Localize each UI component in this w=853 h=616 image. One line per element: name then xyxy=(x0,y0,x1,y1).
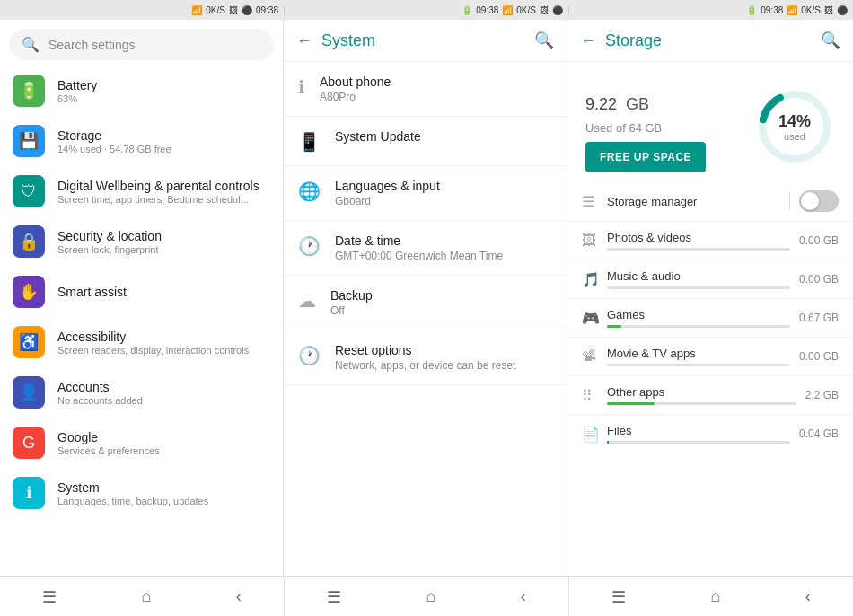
system-icon-languages: 🌐 xyxy=(298,180,321,202)
storage-row-photos[interactable]: 🖼 Photos & videos 0.00 GB xyxy=(567,222,853,260)
storage-manager-toggle[interactable] xyxy=(799,190,839,212)
settings-subtitle-battery: 63% xyxy=(57,93,97,104)
storage-manager-icon: ☰ xyxy=(582,193,607,210)
back-button[interactable]: ← xyxy=(296,31,312,50)
system-icon-reset: 🕐 xyxy=(298,345,321,366)
settings-item-system[interactable]: ℹ System Languages, time, backup, update… xyxy=(0,468,283,518)
speed-left: 0K/S xyxy=(206,5,225,15)
storage-row-icon-movies: 📽 xyxy=(582,348,607,365)
system-text-about: About phone A80Pro xyxy=(320,75,391,103)
storage-row-size-music: 0.00 GB xyxy=(799,273,839,286)
menu-btn-left[interactable]: ☰ xyxy=(30,582,69,612)
storage-row-icon-otherapps: ⠿ xyxy=(582,387,607,404)
settings-subtitle-security: Screen lock, fingerprint xyxy=(57,244,162,255)
system-subtitle-reset: Network, apps, or device can be reset xyxy=(335,359,515,372)
settings-title-accounts: Accounts xyxy=(57,380,143,394)
storage-row-music[interactable]: 🎵 Music & audio 0.00 GB xyxy=(567,260,853,299)
settings-item-google[interactable]: G Google Services & preferences xyxy=(0,418,283,468)
settings-text-battery: Battery 63% xyxy=(57,78,97,104)
storage-row-bar-games xyxy=(607,325,790,328)
home-btn-mid[interactable]: ⌂ xyxy=(414,582,449,612)
settings-item-digital-wellbeing[interactable]: 🛡 Digital Wellbeing & parental controls … xyxy=(0,166,283,216)
system-subtitle-backup: Off xyxy=(330,304,373,317)
system-title-datetime: Date & time xyxy=(335,233,503,248)
search-icon-mid[interactable]: 🔍 xyxy=(534,31,554,50)
settings-item-accessibility[interactable]: ♿ Accessibility Screen readers, display,… xyxy=(0,317,283,367)
settings-text-digital-wellbeing: Digital Wellbeing & parental controls Sc… xyxy=(57,179,259,205)
storage-header: ← Storage 🔍 xyxy=(567,20,853,62)
storage-row-content-music: Music & audio xyxy=(607,269,790,289)
storage-row-bar-movies xyxy=(607,364,790,366)
system-item-reset[interactable]: 🕐 Reset options Network, apps, or device… xyxy=(284,330,567,385)
settings-icon-system: ℹ xyxy=(13,477,45,509)
time-left: 09:38 xyxy=(256,5,278,15)
system-subtitle-datetime: GMT+00:00 Greenwich Mean Time xyxy=(335,250,503,262)
system-item-update[interactable]: 📱 System Update xyxy=(284,117,567,166)
settings-text-smart-assist: Smart assist xyxy=(57,285,127,299)
storage-row-name-otherapps: Other apps xyxy=(607,385,796,399)
settings-text-storage: Storage 14% used · 54.78 GB free xyxy=(57,128,171,154)
storage-row-otherapps[interactable]: ⠿ Other apps 2.2 GB xyxy=(567,376,853,415)
storage-row-games[interactable]: 🎮 Games 0.67 GB xyxy=(567,299,853,338)
settings-item-accounts[interactable]: 👤 Accounts No accounts added xyxy=(0,367,283,418)
back-btn-right[interactable]: ‹ xyxy=(793,582,823,612)
storage-row-size-otherapps: 2.2 GB xyxy=(805,389,839,401)
system-item-languages[interactable]: 🌐 Languages & input Gboard xyxy=(284,166,567,221)
system-icon-backup: ☁ xyxy=(298,290,316,312)
photo-icon-mid: 🖼 xyxy=(540,5,549,15)
storage-row-fill-otherapps xyxy=(607,402,655,405)
settings-item-smart-assist[interactable]: ✋ Smart assist xyxy=(0,267,283,317)
nav-mid: ☰ ⌂ ‹ xyxy=(285,577,569,616)
storage-summary: 9.22 GB Used of 64 GB FREE UP SPACE 14% … xyxy=(567,62,853,181)
menu-btn-mid[interactable]: ☰ xyxy=(314,582,354,612)
bottom-nav: ☰ ⌂ ‹ ☰ ⌂ ‹ ☰ ⌂ ‹ xyxy=(0,576,853,616)
search-icon-right[interactable]: 🔍 xyxy=(821,31,840,50)
menu-btn-right[interactable]: ☰ xyxy=(599,582,638,612)
free-up-button[interactable]: FREE UP SPACE xyxy=(585,142,706,172)
storage-row-movies[interactable]: 📽 Movie & TV apps 0.00 GB xyxy=(567,338,853,376)
system-list: ℹ About phone A80Pro 📱 System Update 🌐 L… xyxy=(284,62,567,576)
search-input[interactable]: Search settings xyxy=(48,38,136,52)
battery-right: 🔋 xyxy=(746,5,757,15)
storage-row-size-files: 0.04 GB xyxy=(799,427,839,440)
storage-row-files[interactable]: 📄 Files 0.04 GB xyxy=(567,415,853,453)
donut-used-label: used xyxy=(778,130,811,141)
storage-row-icon-music: 🎵 xyxy=(582,271,607,288)
storage-row-icon-games: 🎮 xyxy=(582,310,607,327)
dot-right: ⚫ xyxy=(837,5,848,15)
storage-row-content-photos: Photos & videos xyxy=(607,231,790,251)
photo-icon-right: 🖼 xyxy=(824,5,833,15)
settings-item-security[interactable]: 🔒 Security & location Screen lock, finge… xyxy=(0,216,283,267)
settings-subtitle-system: Languages, time, backup, updates xyxy=(57,496,208,506)
search-bar[interactable]: 🔍 Search settings xyxy=(9,29,274,60)
system-text-backup: Backup Off xyxy=(330,288,373,317)
system-header: ← System 🔍 xyxy=(284,20,567,62)
wifi-mid: 📶 xyxy=(502,5,513,15)
back-btn-mid[interactable]: ‹ xyxy=(508,582,539,612)
system-item-about[interactable]: ℹ About phone A80Pro xyxy=(284,62,567,117)
storage-row-icon-photos: 🖼 xyxy=(582,233,607,249)
settings-item-battery[interactable]: 🔋 Battery 63% xyxy=(0,66,283,116)
settings-text-google: Google Services & preferences xyxy=(57,430,160,456)
storage-manager-row[interactable]: ☰ Storage manager xyxy=(567,181,853,222)
storage-row-content-movies: Movie & TV apps xyxy=(607,347,790,366)
settings-subtitle-google: Services & preferences xyxy=(57,445,160,456)
system-icon-datetime: 🕐 xyxy=(298,235,321,257)
back-btn-left[interactable]: ‹ xyxy=(224,582,254,612)
speed-right: 0K/S xyxy=(801,5,821,15)
home-btn-left[interactable]: ⌂ xyxy=(129,582,164,612)
system-title-languages: Languages & input xyxy=(335,179,440,193)
donut-chart: 14% used xyxy=(754,86,835,167)
settings-title-smart-assist: Smart assist xyxy=(57,285,127,299)
home-btn-right[interactable]: ⌂ xyxy=(699,582,734,612)
wifi-right: 📶 xyxy=(787,5,797,15)
nav-right: ☰ ⌂ ‹ xyxy=(569,577,853,616)
settings-item-storage[interactable]: 💾 Storage 14% used · 54.78 GB free xyxy=(0,116,283,166)
system-item-datetime[interactable]: 🕐 Date & time GMT+00:00 Greenwich Mean T… xyxy=(284,221,567,276)
storage-back-button[interactable]: ← xyxy=(580,31,596,50)
storage-row-size-games: 0.67 GB xyxy=(799,312,839,324)
system-item-backup[interactable]: ☁ Backup Off xyxy=(284,276,567,330)
settings-icon-google: G xyxy=(13,427,45,459)
system-text-update: System Update xyxy=(335,129,421,144)
main-content: 🔍 Search settings 🔋 Battery 63% 💾 Storag… xyxy=(0,20,853,576)
